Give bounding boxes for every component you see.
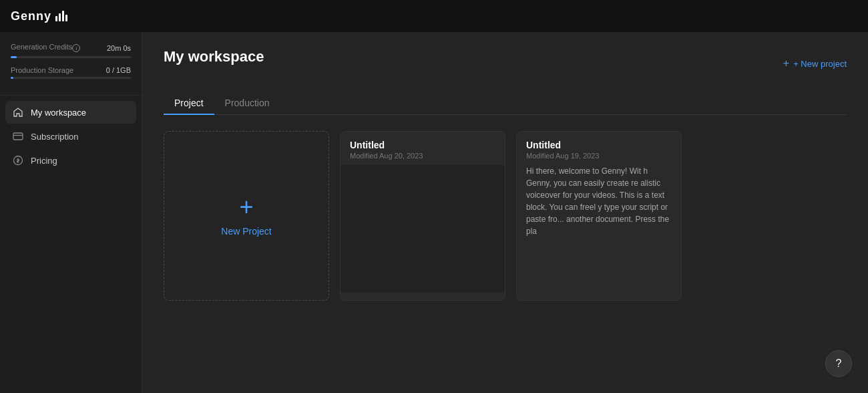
storage-progress-bg <box>11 77 131 79</box>
sidebar-item-subscription-label: Subscription <box>31 132 79 142</box>
new-project-plus-icon: + <box>239 195 253 219</box>
logo-wordmark: Genny <box>11 9 51 23</box>
project-card-2[interactable]: Untitled Modified Aug 19, 2023 Hi there,… <box>516 131 682 301</box>
workspace-title: My workspace <box>164 48 264 66</box>
main-layout: Generation Credits i 20m 0s Production S… <box>0 32 868 393</box>
logo-bar-1 <box>55 16 57 21</box>
project-card-1-title: Untitled <box>350 140 495 150</box>
logo-bars-icon <box>55 11 67 21</box>
new-project-header-button[interactable]: + + New project <box>783 57 847 70</box>
credits-section: Generation Credits i 20m 0s Production S… <box>0 43 142 79</box>
new-project-card[interactable]: + New Project <box>164 131 329 301</box>
sidebar-divider <box>0 95 142 96</box>
credits-label: Generation Credits <box>11 43 72 51</box>
home-icon <box>12 106 24 118</box>
help-icon: ? <box>836 358 842 370</box>
new-project-label: New Project <box>221 226 271 237</box>
sidebar-item-pricing[interactable]: Pricing <box>5 149 136 172</box>
logo-bar-2 <box>59 13 61 21</box>
subscription-icon <box>12 130 24 142</box>
tab-production[interactable]: Production <box>214 92 280 115</box>
project-card-2-body: Hi there, welcome to Genny! Wit h Genny,… <box>517 165 681 237</box>
project-card-2-header: Untitled Modified Aug 19, 2023 <box>517 132 681 165</box>
logo: Genny <box>11 9 67 23</box>
storage-label: Production Storage <box>11 66 73 74</box>
content-area: My workspace + + New project Project Pro… <box>142 32 868 393</box>
sidebar-item-workspace[interactable]: My workspace <box>5 101 136 124</box>
storage-progress-fill <box>11 77 13 79</box>
logo-bar-4 <box>65 15 67 21</box>
project-card-2-text: Hi there, welcome to Genny! Wit h Genny,… <box>526 165 672 237</box>
topbar: Genny <box>0 0 868 32</box>
cards-grid: + New Project Untitled Modified Aug 20, … <box>164 131 847 301</box>
project-card-1-preview <box>341 165 505 292</box>
pricing-icon <box>12 154 24 166</box>
tab-project[interactable]: Project <box>164 92 214 115</box>
project-card-2-date: Modified Aug 19, 2023 <box>526 152 672 160</box>
sidebar-item-pricing-label: Pricing <box>31 156 57 166</box>
credits-row: Generation Credits i 20m 0s <box>11 43 131 53</box>
new-project-header-label: + New project <box>793 59 847 69</box>
project-card-2-title: Untitled <box>526 140 672 150</box>
project-card-1-header: Untitled Modified Aug 20, 2023 <box>341 132 505 165</box>
storage-value: 0 / 1GB <box>106 66 131 74</box>
plus-icon: + <box>783 57 789 70</box>
help-button[interactable]: ? <box>825 350 852 377</box>
credits-progress-bg <box>11 56 131 58</box>
sidebar-item-subscription[interactable]: Subscription <box>5 125 136 148</box>
project-card-1-date: Modified Aug 20, 2023 <box>350 152 495 160</box>
logo-bar-3 <box>62 11 64 21</box>
sidebar-item-workspace-label: My workspace <box>31 108 86 118</box>
tabs-bar: Project Production <box>164 92 847 115</box>
storage-row: Production Storage 0 / 1GB <box>11 66 131 74</box>
project-card-1[interactable]: Untitled Modified Aug 20, 2023 <box>340 131 505 301</box>
credits-value: 20m 0s <box>107 44 131 52</box>
sidebar: Generation Credits i 20m 0s Production S… <box>0 32 142 393</box>
svg-rect-0 <box>13 133 23 140</box>
info-icon[interactable]: i <box>72 44 80 52</box>
credits-progress-fill <box>11 56 17 58</box>
sidebar-nav: My workspace Subscription <box>0 101 142 172</box>
